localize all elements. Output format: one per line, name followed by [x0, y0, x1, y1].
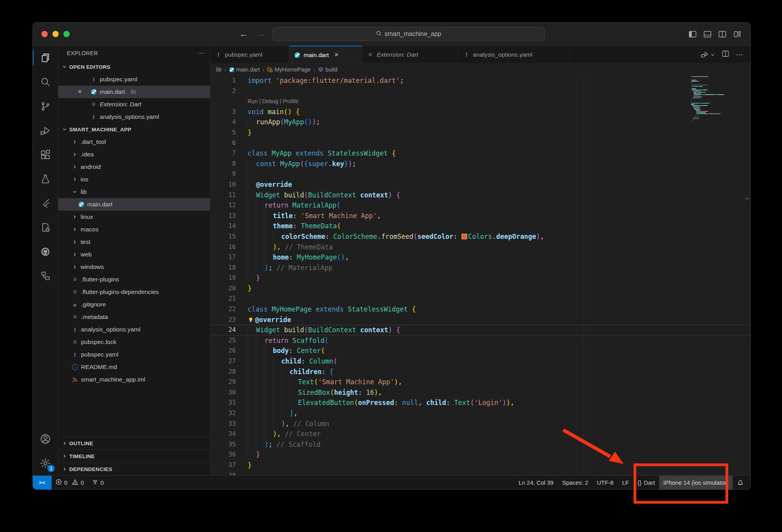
- code-line-6[interactable]: 6: [210, 138, 750, 149]
- code-line-2[interactable]: 2: [210, 86, 750, 97]
- activity-bar-item-remote-explorer[interactable]: [33, 264, 58, 288]
- open-editor-item[interactable]: !analysis_options.yaml: [58, 111, 210, 123]
- code-line-18[interactable]: 18); // MaterialApp: [210, 263, 750, 273]
- sidebar-section-timeline[interactable]: TIMELINE: [58, 450, 210, 462]
- code-line-13[interactable]: 13title: 'Smart Machine App',: [210, 211, 750, 221]
- activity-bar-item-flutter[interactable]: [33, 191, 58, 215]
- code-line-17[interactable]: 17home: MyHomePage(),: [210, 252, 750, 263]
- code-line-36[interactable]: 36}: [210, 450, 750, 460]
- code-line-32[interactable]: 32],: [210, 408, 750, 419]
- code-line-5[interactable]: 5}: [210, 127, 750, 138]
- run-debug-dropdown-icon[interactable]: [700, 50, 715, 59]
- back-icon[interactable]: ←: [239, 29, 248, 39]
- minimize-window-button[interactable]: [52, 31, 59, 37]
- tab-main-dart[interactable]: main.dart×: [289, 46, 362, 63]
- sidebar-section-dependencies[interactable]: DEPENDENCIES: [58, 462, 210, 475]
- code-line-9[interactable]: 9: [210, 169, 750, 179]
- code-line-30[interactable]: 30SizedBox(height: 16),: [210, 387, 750, 398]
- close-window-button[interactable]: [41, 31, 48, 37]
- code-line-21[interactable]: 21: [210, 294, 750, 304]
- command-center-search[interactable]: smart_machine_app: [272, 27, 545, 41]
- code-line-19[interactable]: 19}: [210, 273, 750, 283]
- code-lines[interactable]: 1import 'package:flutter/material.dart';…: [210, 75, 750, 475]
- code-line-10[interactable]: 10@override: [210, 179, 750, 190]
- code-line-4[interactable]: 4runApp(MyApp());: [210, 117, 750, 127]
- code-line-1[interactable]: 1import 'package:flutter/material.dart';: [210, 75, 750, 86]
- remote-indicator[interactable]: ><: [33, 476, 52, 489]
- code-line-11[interactable]: 11Widget build(BuildContext context) {: [210, 190, 750, 201]
- code-line-27[interactable]: 27child: Column(: [210, 356, 750, 367]
- activity-bar-item-extensions[interactable]: [33, 143, 58, 167]
- code-line-14[interactable]: 14theme: ThemeData(: [210, 221, 750, 231]
- activity-bar-item-explorer[interactable]: [33, 46, 58, 70]
- minimap[interactable]: [691, 76, 744, 126]
- status-item-encoding[interactable]: UTF-8: [593, 476, 618, 489]
- code-line-33[interactable]: 33), // Column: [210, 419, 750, 429]
- breadcrumb-item-build[interactable]: build: [318, 66, 338, 73]
- project-root-header[interactable]: SMART_MACHINE_APP: [58, 123, 210, 136]
- open-editor-item[interactable]: ≡Extension: Dart: [58, 98, 210, 111]
- toggle-panel-icon[interactable]: [703, 30, 712, 39]
- lightbulb-icon[interactable]: [248, 317, 255, 323]
- code-line-12[interactable]: 12return MaterialApp(: [210, 200, 750, 211]
- split-editor-icon[interactable]: [718, 30, 727, 39]
- code-line-22[interactable]: 22class MyHomePage extends StatelessWidg…: [210, 304, 750, 315]
- tree-file-pubspec.lock[interactable]: ≡pubspec.lock: [58, 336, 210, 348]
- close-icon[interactable]: ×: [78, 88, 82, 96]
- tab-pubspec-yaml[interactable]: !pubspec.yaml: [210, 46, 289, 63]
- tree-folder-windows[interactable]: windows: [58, 261, 210, 273]
- open-editor-item[interactable]: !pubspec.yaml: [58, 73, 210, 86]
- status-item-indentation[interactable]: Spaces: 2: [558, 476, 593, 489]
- code-line-38[interactable]: 38: [210, 471, 750, 475]
- activity-bar-item-code-config[interactable]: [33, 215, 58, 240]
- sidebar-section-outline[interactable]: OUTLINE: [58, 437, 210, 450]
- code-line-26[interactable]: 26body: Center(: [210, 346, 750, 356]
- code-line-7[interactable]: 7class MyApp extends StatelessWidget {: [210, 148, 750, 159]
- tab-analysis-options-yaml[interactable]: !analysis_options.yaml: [458, 46, 570, 63]
- tree-folder-macos[interactable]: macos: [58, 223, 210, 236]
- color-swatch-deep-orange[interactable]: [462, 234, 467, 239]
- activity-bar-item-github[interactable]: [33, 240, 58, 264]
- codelens-run-debug-profile[interactable]: Run | Debug | Profile: [248, 96, 298, 107]
- tree-file-smart_machine_app.iml[interactable]: smart_machine_app.iml: [58, 373, 210, 386]
- more-actions-icon[interactable]: ⋯: [736, 50, 743, 59]
- code-line-28[interactable]: 28children: [: [210, 367, 750, 377]
- tree-file-analysis_options.yaml[interactable]: !analysis_options.yaml: [58, 323, 210, 336]
- activity-bar-item-search[interactable]: [33, 70, 58, 94]
- tree-file-.flutter-plugins-dependencies[interactable]: ≡.flutter-plugins-dependencies: [58, 286, 210, 298]
- code-line-24[interactable]: 24Widget build(BuildContext context) {: [210, 325, 750, 335]
- toggle-sidebar-icon[interactable]: [688, 30, 697, 39]
- tree-file-.gitignore[interactable]: ◈.gitignore: [58, 298, 210, 311]
- tree-file-pubspec.yaml[interactable]: !pubspec.yaml: [58, 348, 210, 361]
- activity-bar-item-accounts[interactable]: [33, 427, 58, 451]
- code-line-34[interactable]: 34), // Center: [210, 429, 750, 439]
- tree-file-main.dart[interactable]: main.dart: [58, 198, 210, 211]
- breadcrumb-item-lib[interactable]: lib: [216, 66, 222, 73]
- activity-bar-item-source-control[interactable]: [33, 94, 58, 118]
- forward-icon[interactable]: →: [257, 29, 265, 39]
- close-icon[interactable]: ×: [334, 51, 339, 59]
- customize-layout-icon[interactable]: [733, 30, 742, 39]
- open-editors-header[interactable]: OPEN EDITORS: [58, 61, 210, 73]
- scrollbar-marker[interactable]: [746, 198, 749, 199]
- code-line-37[interactable]: 37}: [210, 460, 750, 471]
- breadcrumb-item-main-dart[interactable]: main.dart: [229, 66, 260, 73]
- codelens-row[interactable]: Run | Debug | Profile: [210, 96, 750, 107]
- tree-folder-test[interactable]: test: [58, 236, 210, 248]
- split-editor-icon[interactable]: [721, 50, 730, 59]
- problems-status[interactable]: 0 0: [52, 476, 88, 489]
- ports-status[interactable]: 0: [88, 476, 108, 489]
- tree-folder-.dart_tool[interactable]: .dart_tool: [58, 136, 210, 148]
- tree-folder-ios[interactable]: ios: [58, 173, 210, 186]
- tree-folder-web[interactable]: web: [58, 248, 210, 261]
- code-line-20[interactable]: 20}: [210, 283, 750, 294]
- code-line-31[interactable]: 31ElevatedButton(onPressed: null, child:…: [210, 398, 750, 408]
- code-line-29[interactable]: 29Text('Smart Machine App'),: [210, 377, 750, 387]
- code-line-8[interactable]: 8const MyApp({super.key});: [210, 159, 750, 169]
- tree-file-.metadata[interactable]: ≡.metadata: [58, 311, 210, 323]
- activity-bar-item-run-debug[interactable]: [33, 118, 58, 143]
- activity-bar-item-testing[interactable]: [33, 167, 58, 191]
- status-item-language-mode[interactable]: {}Dart: [633, 476, 659, 489]
- more-actions-icon[interactable]: ⋯: [198, 49, 205, 57]
- tree-file-README.md[interactable]: iREADME.md: [58, 361, 210, 373]
